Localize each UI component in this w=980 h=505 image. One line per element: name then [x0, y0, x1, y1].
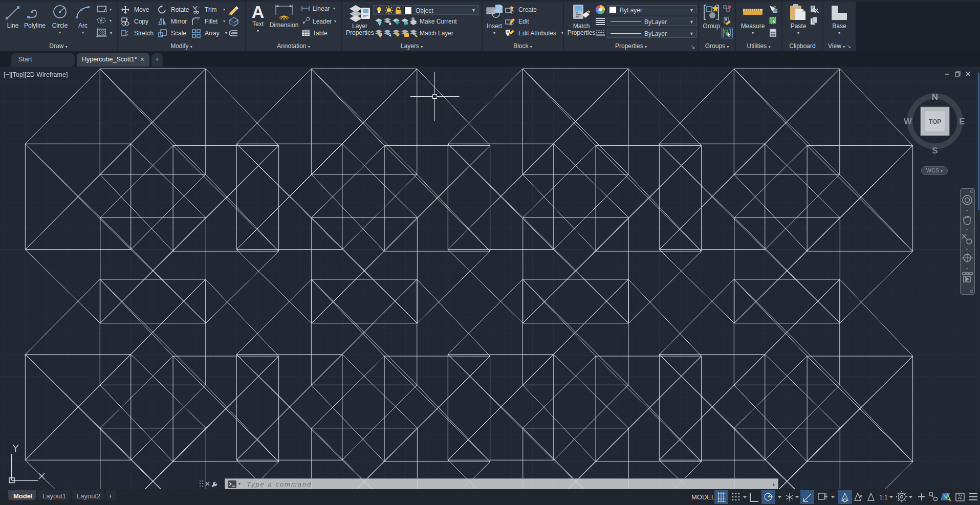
svg-text:TOP: TOP	[929, 118, 941, 125]
svg-text:1:1: 1:1	[879, 494, 888, 501]
svg-text:W: W	[904, 117, 912, 126]
svg-text:N: N	[932, 92, 938, 102]
svg-text:E: E	[959, 117, 965, 126]
svg-text:S: S	[932, 146, 938, 156]
